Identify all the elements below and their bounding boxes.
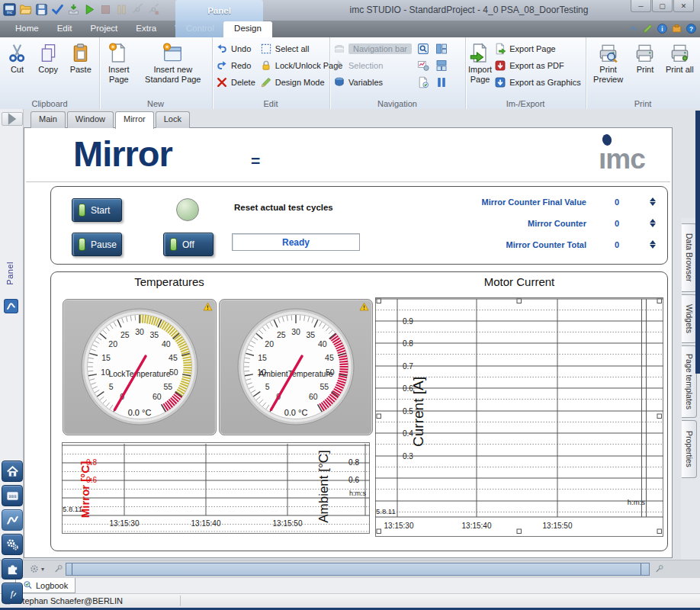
spinner-up-icon[interactable] (650, 240, 656, 244)
off-button[interactable]: Off (163, 233, 214, 256)
ribbon-button-insert-new-standard-page[interactable]: Insert new Standard Page (137, 40, 209, 84)
ribbon-tab-home[interactable]: Home (6, 21, 48, 37)
ribbon-button-variables[interactable]: Variables (332, 74, 413, 90)
page-tab-mirror[interactable]: Mirror (115, 111, 154, 129)
ribbon-button-delete[interactable]: Delete (214, 74, 257, 90)
svg-text:h:m:s: h:m:s (628, 498, 645, 506)
page-tab-lock[interactable]: Lock (156, 111, 190, 128)
docked-panel-edge[interactable] (695, 111, 700, 374)
ribbon-tab-extra[interactable]: Extra (127, 21, 165, 37)
pin-icon[interactable] (654, 563, 665, 574)
imc-logo-text: ımc (599, 143, 645, 175)
rail-button-plugins-puzzle[interactable] (2, 558, 23, 580)
pause-button[interactable]: Pause (72, 233, 122, 256)
maximize-button[interactable]: ▢ (652, 0, 673, 12)
ribbon-button-undo[interactable]: Undo (214, 40, 257, 56)
rail-button-home[interactable] (2, 461, 23, 482)
counter-spinner[interactable] (647, 239, 657, 250)
ribbon-button-export-as-pdf[interactable]: Export as PDF (493, 57, 583, 73)
ambient-temperature-gauge[interactable]: 051015202530354045505560AmbientTemperatu… (219, 299, 373, 435)
ribbon-button-import-page[interactable]: Import Page (468, 40, 492, 84)
ribbon-button-insert-page[interactable]: Insert Page (102, 40, 136, 84)
rail-button-numeric-display[interactable]: 888 (2, 485, 23, 506)
page-export-icon (494, 43, 506, 55)
ribbon-info-icon[interactable]: i (657, 23, 668, 34)
temperature-strip-chart[interactable]: 0.80.60.80.6Mirror [°C]Ambient [°C]13:15… (62, 442, 370, 534)
ribbon-button-copy[interactable]: Copy (33, 40, 64, 75)
ribbon-button-print-preview[interactable]: Print Preview (589, 40, 628, 84)
panel-rail-tab-icon[interactable] (3, 298, 19, 314)
spinner-up-icon[interactable] (650, 197, 656, 201)
motor-current-chart[interactable]: 0.90.80.70.60.50.40.3Current [A]13:15:30… (375, 297, 663, 537)
spinner-up-icon[interactable] (650, 219, 656, 223)
open-folder-icon[interactable] (19, 3, 32, 16)
contextual-tabs: ControlDesign (177, 21, 272, 37)
rail-button-functions[interactable]: ƒ (2, 583, 23, 604)
side-tab-widgets[interactable]: Widgets (682, 294, 697, 343)
horizontal-scrollbar[interactable] (66, 563, 650, 576)
page-tab-main[interactable]: Main (31, 111, 66, 128)
ribbon-collapse-ribbon-icon[interactable] (628, 23, 639, 34)
spinner-down-icon[interactable] (650, 245, 656, 249)
svg-text:15: 15 (101, 353, 111, 362)
spinner-down-icon[interactable] (650, 202, 656, 206)
selection-handle (377, 414, 381, 419)
spinner-down-icon[interactable] (650, 223, 656, 227)
rail-button-curve-window[interactable] (2, 509, 23, 531)
logbook-tab[interactable]: Logbook (15, 578, 75, 593)
imc-logo-icon[interactable]: imc (3, 3, 16, 16)
ribbon-button-views-manage[interactable] (415, 57, 432, 73)
ribbon-button-redo[interactable]: Redo (214, 57, 257, 73)
warning-icon (203, 302, 213, 312)
start-measurement-icon[interactable] (83, 3, 96, 16)
start-button[interactable]: Start (72, 198, 122, 222)
svg-text:13:15:50: 13:15:50 (273, 519, 303, 528)
charts-group-box: Temperatures Motor Current 0510152025303… (50, 271, 668, 551)
ribbon-button-export-page[interactable]: Export Page (493, 40, 583, 56)
ribbon-button-print-all[interactable]: Print all (663, 40, 697, 75)
save-icon[interactable] (35, 3, 48, 16)
ribbon-button-split-horizontal[interactable] (433, 57, 450, 73)
ribbon-button-export-as-graphics[interactable]: Export as Graphics (493, 74, 583, 90)
ribbon-button-cut[interactable]: Cut (3, 40, 31, 75)
counter-spinner[interactable] (647, 196, 657, 207)
side-tab-data-browser[interactable]: Data Browser (682, 223, 697, 292)
panel-options-button[interactable]: ▾ (29, 563, 44, 574)
side-tab-page-templates[interactable]: Page templates (682, 345, 697, 418)
ribbon-button-freeze[interactable] (433, 74, 450, 90)
close-button[interactable]: ✕ (673, 0, 694, 12)
ribbon-button-paste[interactable]: Paste (65, 40, 96, 75)
expand-rail-button[interactable] (2, 112, 23, 126)
ribbon-design-mode-icon[interactable] (642, 23, 653, 34)
right-axis-label: Ambient [°C] (316, 450, 331, 523)
rail-button-settings-gears[interactable] (2, 534, 23, 555)
side-tab-properties[interactable]: Properties (682, 420, 697, 478)
svg-text:?: ? (689, 26, 693, 33)
status-lamp[interactable] (176, 198, 199, 221)
counter-spinner[interactable] (647, 217, 657, 229)
svg-text:25: 25 (277, 330, 286, 339)
ribbon-group-label: Print (586, 99, 700, 108)
ribbon-tab-design[interactable]: Design (223, 21, 272, 37)
download-config-icon[interactable] (67, 3, 80, 16)
ribbon-addons-icon[interactable] (671, 23, 682, 34)
paste-icon (70, 43, 91, 63)
lock-temperature-gauge[interactable]: 051015202530354045505560LockTemperature0… (63, 299, 217, 435)
page-tab-window[interactable]: Window (67, 111, 114, 128)
svg-text:40: 40 (318, 339, 327, 348)
statusbar-user: Stephan Schaefer@BERLIN (17, 596, 123, 605)
selection-handle (657, 299, 662, 303)
document-area: MainWindowMirrorLock Mirror = ımc StartP… (0, 109, 700, 560)
ribbon-group-edit: UndoRedoDeleteSelect allLock/Unlock Page… (212, 37, 330, 109)
ribbon-button-find-widget[interactable] (415, 40, 432, 56)
ribbon-button-page-report[interactable] (415, 74, 432, 90)
pin-icon[interactable] (53, 563, 64, 574)
selection-handle (517, 529, 522, 534)
ribbon-button-print[interactable]: Print (629, 40, 660, 75)
ribbon-button-split-vertical[interactable] (433, 40, 450, 56)
ribbon-help-icon[interactable]: ? (686, 23, 697, 34)
minimize-button[interactable]: ─ (631, 0, 651, 12)
ribbon-tab-edit[interactable]: Edit (48, 21, 82, 37)
apply-check-icon[interactable] (51, 3, 64, 16)
ribbon-tab-project[interactable]: Project (82, 21, 127, 37)
